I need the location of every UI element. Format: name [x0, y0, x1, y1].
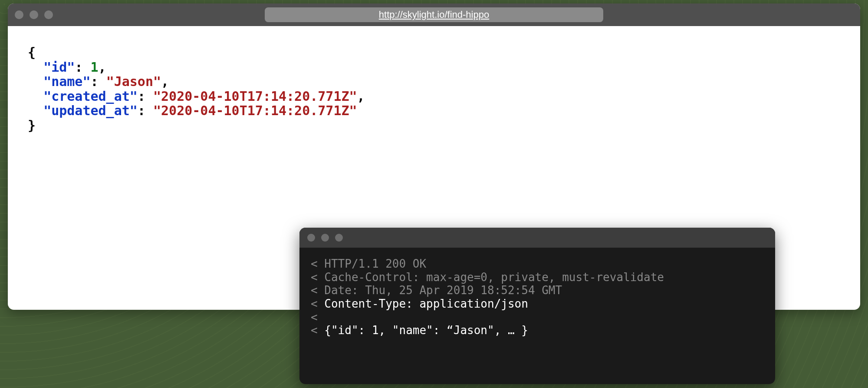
json-value-2: "2020-04-10T17:14:20.771Z" [153, 89, 357, 104]
terminal-window: < HTTP/1.1 200 OK< Cache-Control: max-ag… [299, 228, 775, 384]
terminal-text: Date: Thu, 25 Apr 2019 18:52:54 GMT [324, 284, 562, 297]
terminal-line: < Date: Thu, 25 Apr 2019 18:52:54 GMT [311, 284, 764, 297]
terminal-traffic-lights [307, 234, 343, 242]
json-value-0: 1 [91, 60, 99, 75]
traffic-lights [15, 10, 53, 19]
browser-titlebar: http://skylight.io/find-hippo [8, 3, 860, 26]
terminal-prefix: < [311, 297, 324, 310]
address-bar-url: http://skylight.io/find-hippo [379, 9, 489, 20]
traffic-light-close-icon[interactable] [307, 234, 315, 242]
traffic-light-minimize-icon[interactable] [321, 234, 329, 242]
terminal-prefix: < [311, 271, 324, 284]
terminal-text: Cache-Control: max-age=0, private, must-… [324, 271, 664, 284]
json-key-2: "created_at" [43, 89, 138, 104]
json-value-3: "2020-04-10T17:14:20.771Z" [153, 103, 357, 118]
terminal-titlebar [299, 228, 775, 248]
terminal-line: < HTTP/1.1 200 OK [311, 257, 764, 271]
address-bar[interactable]: http://skylight.io/find-hippo [265, 7, 603, 22]
traffic-light-zoom-icon[interactable] [44, 10, 53, 19]
json-key-0: "id" [43, 60, 75, 75]
json-value-1: "Jason" [106, 74, 161, 89]
terminal-prefix: < [311, 257, 324, 270]
terminal-text: HTTP/1.1 200 OK [324, 257, 426, 270]
terminal-line: < [311, 311, 764, 324]
json-brace-close: } [28, 118, 36, 133]
traffic-light-close-icon[interactable] [15, 10, 23, 19]
terminal-text: {"id": 1, "name": “Jason", … } [324, 324, 528, 337]
terminal-prefix: < [311, 311, 318, 324]
terminal-line: < Content-Type: application/json [311, 297, 764, 311]
terminal-prefix: < [311, 324, 324, 337]
terminal-text: Content-Type: application/json [324, 297, 528, 310]
traffic-light-zoom-icon[interactable] [335, 234, 343, 242]
terminal-line: < {"id": 1, "name": “Jason", … } [311, 324, 764, 337]
terminal-output: < HTTP/1.1 200 OK< Cache-Control: max-ag… [299, 248, 775, 347]
json-viewer: { "id": 1, "name": "Jason", "created_at"… [8, 26, 860, 152]
json-brace-open: { [28, 45, 36, 60]
traffic-light-minimize-icon[interactable] [30, 10, 38, 19]
terminal-line: < Cache-Control: max-age=0, private, mus… [311, 271, 764, 284]
json-key-3: "updated_at" [43, 103, 138, 118]
terminal-prefix: < [311, 284, 324, 297]
json-key-1: "name" [43, 74, 90, 89]
